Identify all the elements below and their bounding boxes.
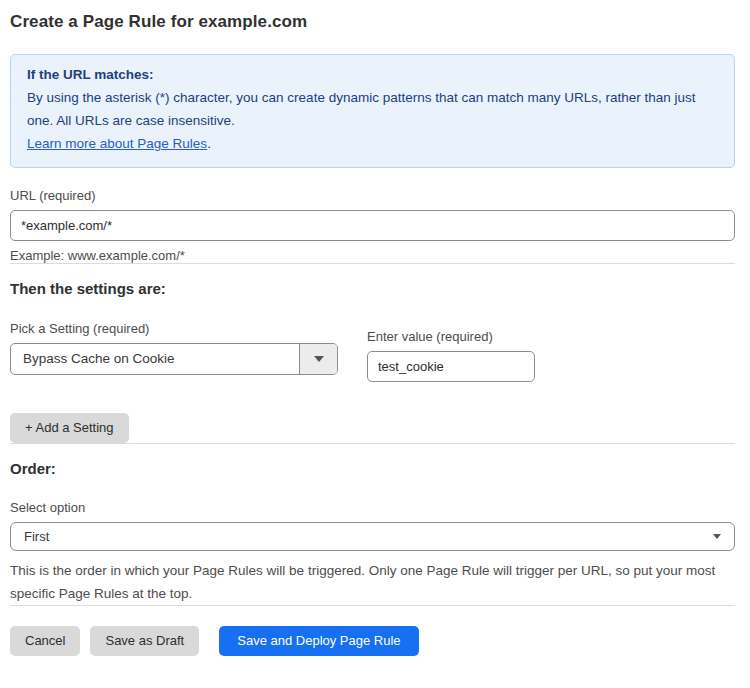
create-page-rule-form: Create a Page Rule for example.com If th… (0, 0, 750, 656)
url-matches-info-box: If the URL matches: By using the asteris… (10, 54, 735, 168)
setting-value-input[interactable] (367, 351, 535, 382)
url-field-label: URL (required) (10, 188, 735, 203)
divider (10, 443, 735, 444)
settings-row: Pick a Setting (required) Bypass Cache o… (10, 321, 735, 382)
info-box-link-line: Learn more about Page Rules. (27, 132, 718, 155)
info-box-body: By using the asterisk (*) character, you… (27, 86, 718, 132)
setting-select-value: Bypass Cache on Cookie (11, 344, 299, 374)
setting-select-column: Pick a Setting (required) Bypass Cache o… (10, 321, 338, 375)
chevron-down-icon (314, 356, 324, 362)
page-title: Create a Page Rule for example.com (10, 12, 735, 32)
divider (10, 263, 735, 264)
form-actions: Cancel Save as Draft Save and Deploy Pag… (10, 626, 735, 656)
setting-select-arrow-button[interactable] (299, 344, 337, 374)
save-and-deploy-button[interactable]: Save and Deploy Page Rule (219, 626, 418, 656)
setting-select[interactable]: Bypass Cache on Cookie (10, 343, 338, 375)
divider (10, 605, 735, 606)
setting-select-label: Pick a Setting (required) (10, 321, 338, 336)
settings-section-heading: Then the settings are: (10, 280, 735, 297)
order-select-value: First (24, 529, 49, 544)
order-section-heading: Order: (10, 460, 735, 477)
add-setting-button[interactable]: + Add a Setting (10, 413, 129, 443)
url-section: URL (required) Example: www.example.com/… (10, 188, 735, 263)
url-input[interactable] (10, 210, 735, 241)
order-select-label: Select option (10, 500, 735, 515)
info-box-heading: If the URL matches: (27, 63, 718, 86)
order-helper-text: This is the order in which your Page Rul… (10, 559, 735, 605)
link-suffix: . (207, 136, 211, 151)
setting-value-column: Enter value (required) (367, 329, 535, 382)
learn-more-link[interactable]: Learn more about Page Rules (27, 136, 207, 151)
save-as-draft-button[interactable]: Save as Draft (90, 626, 199, 656)
order-select[interactable]: First (10, 522, 735, 551)
setting-value-label: Enter value (required) (367, 329, 535, 344)
chevron-down-icon (713, 534, 721, 539)
cancel-button[interactable]: Cancel (10, 626, 80, 656)
url-field-helper: Example: www.example.com/* (10, 248, 735, 263)
